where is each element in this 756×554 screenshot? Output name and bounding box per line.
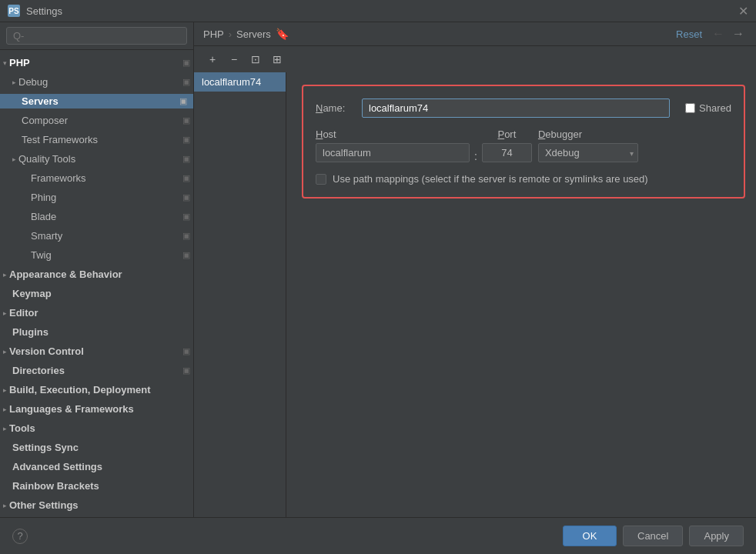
debugger-select[interactable]: Xdebug Zend Debugger: [538, 143, 638, 162]
ok-button[interactable]: OK: [563, 526, 617, 546]
breadcrumb-current: Servers: [236, 28, 271, 40]
search-input[interactable]: [6, 27, 187, 45]
sidebar: ▾ PHP ▣ ▸ Debug ▣: [0, 22, 194, 517]
nav-back-button[interactable]: ←: [710, 27, 727, 41]
sidebar-item-servers[interactable]: Servers ▣: [0, 92, 193, 111]
name-input[interactable]: [362, 98, 670, 118]
apply-button[interactable]: Apply: [689, 526, 744, 546]
host-label: Host: [316, 128, 470, 140]
name-row: Name: Shared: [316, 98, 731, 118]
name-label: Name:: [316, 102, 354, 114]
smarty-icon: ▣: [182, 231, 190, 241]
sidebar-item-advanced-settings[interactable]: Advanced Settings: [0, 457, 193, 476]
sidebar-item-keymap[interactable]: Keymap: [0, 284, 193, 303]
path-mappings-label: Use path mappings (select if the server …: [333, 173, 648, 185]
breadcrumb-separator: ›: [229, 28, 232, 40]
shared-label: Shared: [699, 102, 731, 114]
sidebar-item-composer[interactable]: Composer ▣: [0, 111, 193, 130]
port-label: Port: [497, 128, 516, 140]
remove-server-button[interactable]: −: [225, 51, 243, 68]
tf-icon: ▣: [182, 135, 190, 145]
chevron-right-os-icon: ▸: [3, 502, 7, 509]
reset-link[interactable]: Reset: [676, 28, 702, 40]
chevron-right-ed-icon: ▸: [3, 309, 7, 317]
sidebar-item-appearance-behavior[interactable]: ▸ Appearance & Behavior: [0, 265, 193, 284]
move-icon: ⊞: [273, 53, 282, 65]
dir-icon: ▣: [182, 365, 190, 375]
move-server-button[interactable]: ⊞: [268, 51, 286, 68]
main-content: ▾ PHP ▣ ▸ Debug ▣: [0, 22, 756, 517]
path-mappings-row: Use path mappings (select if the server …: [316, 173, 731, 185]
sidebar-item-debug[interactable]: ▸ Debug ▣: [0, 72, 193, 92]
title-bar: PS Settings ✕: [0, 0, 756, 22]
php-settings-icon: ▣: [182, 58, 190, 68]
breadcrumb-parent: PHP: [203, 28, 224, 40]
app-icon: PS: [8, 5, 20, 17]
sidebar-item-build-execution[interactable]: ▸ Build, Execution, Deployment: [0, 380, 193, 399]
sidebar-item-languages-frameworks[interactable]: ▸ Languages & Frameworks: [0, 399, 193, 419]
sidebar-item-plugins[interactable]: Plugins: [0, 322, 193, 342]
colon-separator: :: [474, 150, 477, 162]
composer-icon: ▣: [182, 115, 190, 125]
host-input[interactable]: [316, 143, 470, 162]
sidebar-item-smarty[interactable]: Smarty ▣: [0, 226, 193, 245]
shared-checkbox[interactable]: [685, 103, 695, 113]
sidebar-item-twig[interactable]: Twig ▣: [0, 245, 193, 265]
chevron-right-ab-icon: ▸: [3, 271, 7, 279]
help-button[interactable]: ?: [12, 529, 28, 544]
blade-icon: ▣: [182, 212, 190, 222]
fw-icon: ▣: [182, 173, 190, 183]
sidebar-item-test-frameworks[interactable]: Test Frameworks ▣: [0, 130, 193, 149]
settings-dialog: PS Settings ✕ ▾ PHP ▣: [0, 0, 756, 554]
close-button[interactable]: ✕: [738, 5, 748, 16]
qt-icon: ▣: [182, 154, 190, 164]
chevron-right-tools-icon: ▸: [3, 425, 7, 432]
sidebar-item-directories[interactable]: Directories ▣: [0, 361, 193, 380]
sidebar-item-tools[interactable]: ▸ Tools: [0, 419, 193, 438]
sidebar-item-frameworks[interactable]: Frameworks ▣: [0, 169, 193, 188]
copy-server-button[interactable]: ⊡: [246, 51, 265, 68]
host-port-debugger-row: Host : Port Deb: [316, 128, 731, 162]
cancel-button[interactable]: Cancel: [623, 526, 683, 546]
bottom-bar: ? OK Cancel Apply: [0, 517, 756, 554]
sidebar-item-editor[interactable]: ▸ Editor: [0, 303, 193, 322]
phing-icon: ▣: [182, 192, 190, 202]
sidebar-item-rainbow-brackets[interactable]: Rainbow Brackets: [0, 476, 193, 496]
chevron-right-icon: ▸: [12, 78, 16, 86]
right-panel: PHP › Servers 🔖 Reset ← → + −: [194, 22, 756, 517]
vc-icon: ▣: [182, 346, 190, 356]
sidebar-item-settings-sync[interactable]: Settings Sync: [0, 438, 193, 457]
port-input[interactable]: [482, 143, 532, 162]
add-icon: +: [209, 53, 216, 65]
bookmark-icon: 🔖: [276, 28, 289, 40]
server-list-item[interactable]: localflarum74: [194, 72, 286, 92]
nav-forward-button[interactable]: →: [730, 27, 747, 41]
path-mappings-checkbox-box: [316, 174, 326, 185]
twig-icon: ▣: [182, 250, 190, 260]
search-bar: [0, 22, 193, 50]
toolbar: + − ⊡ ⊞: [194, 46, 756, 72]
servers-settings-icon: ▣: [179, 96, 187, 106]
add-server-button[interactable]: +: [203, 51, 222, 68]
content-area: localflarum74 Name:: [194, 72, 756, 517]
chevron-right-vc-icon: ▸: [3, 348, 7, 355]
copy-icon: ⊡: [251, 53, 260, 65]
chevron-right-be-icon: ▸: [3, 386, 7, 394]
shared-checkbox-row: Shared: [685, 102, 731, 114]
debugger-label: Debugger: [538, 128, 638, 140]
sidebar-item-quality-tools[interactable]: ▸ Quality Tools ▣: [0, 149, 193, 169]
chevron-down-icon: ▾: [3, 59, 7, 67]
chevron-right-qt-icon: ▸: [12, 155, 16, 163]
server-form: Name: Shared Host: [286, 72, 756, 517]
debugger-select-wrap: Xdebug Zend Debugger ▾: [538, 143, 638, 162]
minus-icon: −: [231, 53, 237, 65]
sidebar-item-other-settings[interactable]: ▸ Other Settings: [0, 496, 193, 515]
port-col: Port: [482, 128, 532, 162]
button-group: OK Cancel Apply: [563, 526, 744, 546]
sidebar-item-phing[interactable]: Phing ▣: [0, 188, 193, 207]
debugger-col: Debugger Xdebug Zend Debugger ▾: [538, 128, 638, 162]
sidebar-item-version-control[interactable]: ▸ Version Control ▣: [0, 342, 193, 361]
sidebar-item-blade[interactable]: Blade ▣: [0, 207, 193, 226]
sidebar-tree: ▾ PHP ▣ ▸ Debug ▣: [0, 50, 193, 517]
sidebar-item-php[interactable]: ▾ PHP ▣: [0, 53, 193, 72]
